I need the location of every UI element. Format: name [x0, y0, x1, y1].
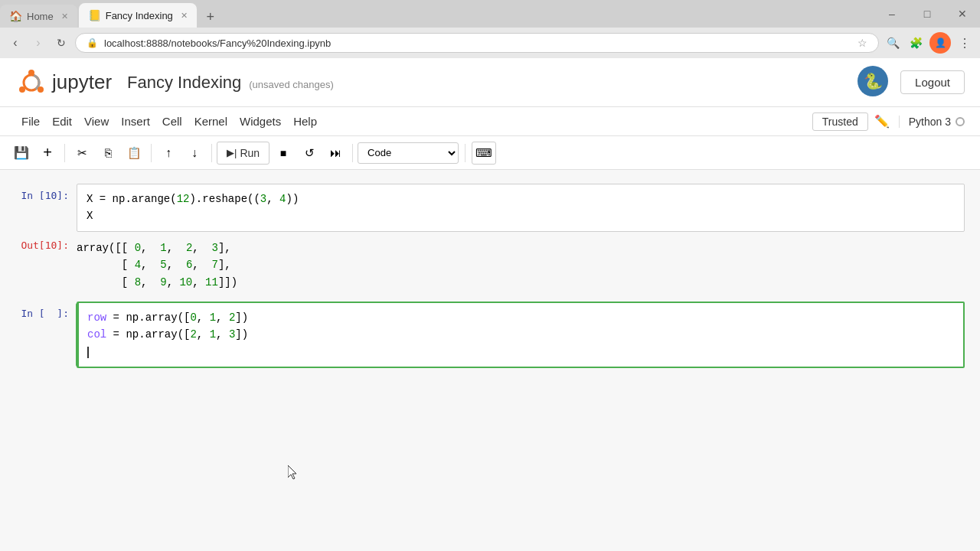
kernel-status-circle [956, 117, 965, 126]
python-logo-icon: 🐍 [858, 66, 888, 96]
copy-button[interactable]: ⎘ [96, 142, 120, 165]
menu-edit[interactable]: Edit [46, 112, 78, 131]
toolbar-sep-5 [465, 144, 466, 162]
home-tab-close[interactable]: ✕ [61, 11, 68, 21]
kernel-label: Python 3 [909, 116, 951, 128]
cell-2-active-code[interactable]: row = np.array([0, 1, 2]) col = np.array… [77, 302, 965, 368]
address-bar: ‹ › ↻ 🔒 localhost:8888/notebooks/Fancy%2… [0, 28, 980, 58]
jupyter-app: jupyter Fancy Indexing (unsaved changes)… [0, 58, 980, 551]
cell-1-line-1: X = np.arange(12).reshape((3, 4)) [87, 191, 955, 207]
jupyter-header: jupyter Fancy Indexing (unsaved changes)… [0, 58, 980, 107]
output-1-wrapper: Out[10]: array([[ 0, 1, 2, 3], [ 4, 5, 6… [0, 233, 980, 297]
refresh-button[interactable]: ↻ [52, 34, 70, 52]
home-tab-favicon: 🏠 [9, 10, 22, 22]
run-label: Run [240, 147, 260, 159]
toolbar: 💾 + ✂ ⎘ 📋 ↑ ↓ ▶| Run ■ ↺ ⏭ Code Markdown… [0, 136, 980, 170]
tab-home[interactable]: 🏠 Home ✕ [0, 5, 77, 28]
svg-point-2 [28, 70, 34, 76]
cell-1-line-2: X [87, 207, 955, 224]
cell-2-prompt: In [ ]: [0, 302, 77, 368]
run-icon: ▶| [227, 147, 237, 158]
toolbar-sep-3 [211, 144, 212, 162]
profile-icon[interactable]: 👤 [929, 32, 951, 54]
notebook-title-text: Fancy Indexing [127, 73, 241, 93]
cell-1-wrapper: In [10]: X = np.arange(12).reshape((3, 4… [0, 182, 980, 233]
output-1-line-1: array([[ 0, 1, 2, 3], [77, 240, 965, 256]
add-cell-button[interactable]: + [35, 142, 60, 165]
toolbar-sep-1 [64, 144, 65, 162]
keyboard-icon[interactable]: ⌨ [472, 142, 496, 165]
extensions-icon[interactable]: 🧩 [906, 34, 925, 52]
run-button[interactable]: ▶| Run [217, 142, 270, 165]
menu-help[interactable]: Help [287, 112, 323, 131]
output-1-line-3: [ 8, 9, 10, 11]]) [77, 274, 965, 291]
window-close[interactable]: ✕ [945, 0, 980, 28]
toolbar-sep-2 [151, 144, 152, 162]
menu-view[interactable]: View [78, 112, 115, 131]
unsaved-indicator: (unsaved changes) [249, 79, 334, 90]
notebook-area: In [10]: X = np.arange(12).reshape((3, 4… [0, 170, 980, 551]
fancy-tab-favicon: 📒 [88, 9, 101, 21]
python-logo-container: 🐍 [858, 66, 888, 99]
svg-point-3 [38, 86, 44, 93]
lock-icon: 🔒 [87, 37, 98, 48]
cut-button[interactable]: ✂ [70, 142, 94, 165]
browser-search-icon[interactable]: 🔍 [884, 34, 902, 52]
toolbar-sep-4 [352, 144, 353, 162]
output-1-line-2: [ 4, 5, 6, 7], [77, 256, 965, 273]
move-down-button[interactable]: ↓ [182, 142, 207, 165]
forward-button[interactable]: › [29, 34, 47, 52]
fast-forward-button[interactable]: ⏭ [323, 142, 348, 165]
cell-2-cursor-line [87, 344, 954, 360]
stop-button[interactable]: ■ [271, 142, 296, 165]
menu-cell[interactable]: Cell [156, 112, 188, 131]
menu-file[interactable]: File [15, 112, 46, 131]
restart-button[interactable]: ↺ [297, 142, 322, 165]
trusted-button[interactable]: Trusted [812, 112, 868, 131]
edit-pencil-icon[interactable]: ✏️ [874, 114, 890, 129]
cell-1-prompt: In [10]: [0, 184, 77, 232]
fancy-tab-close[interactable]: ✕ [181, 11, 188, 21]
notebook-title[interactable]: Fancy Indexing (unsaved changes) [127, 73, 858, 93]
kernel-indicator: Python 3 [899, 116, 965, 128]
home-tab-label: Home [27, 11, 54, 22]
cell-2-wrapper: In [ ]: row = np.array([0, 1, 2]) col = … [0, 300, 980, 370]
cell-1-code[interactable]: X = np.arange(12).reshape((3, 4)) X [77, 184, 965, 232]
browser-menu-icon[interactable]: ⋮ [956, 36, 974, 51]
cell-type-select[interactable]: Code Markdown Raw NBConvert Heading [358, 142, 459, 164]
jupyter-logo-text: jupyter [52, 70, 112, 94]
star-icon[interactable]: ☆ [858, 37, 867, 49]
url-text: localhost:8888/notebooks/Fancy%20Indexin… [104, 37, 851, 49]
new-tab-button[interactable]: + [200, 6, 221, 28]
logout-button[interactable]: Logout [900, 70, 965, 94]
cell-2-line-2: col = np.array([2, 1, 3]) [87, 326, 954, 343]
paste-button[interactable]: 📋 [122, 142, 146, 165]
back-button[interactable]: ‹ [6, 34, 24, 52]
move-up-button[interactable]: ↑ [156, 142, 181, 165]
menu-insert[interactable]: Insert [115, 112, 156, 131]
fancy-tab-label: Fancy Indexing [106, 10, 173, 21]
save-button[interactable]: 💾 [9, 142, 34, 165]
tab-fancy-indexing[interactable]: 📒 Fancy Indexing ✕ [79, 3, 197, 28]
window-maximize[interactable]: □ [910, 0, 945, 28]
url-bar[interactable]: 🔒 localhost:8888/notebooks/Fancy%20Index… [75, 33, 879, 53]
tab-bar: 🏠 Home ✕ 📒 Fancy Indexing ✕ + – □ ✕ [0, 0, 980, 28]
output-1-prompt: Out[10]: [0, 235, 77, 295]
jupyter-logo[interactable]: jupyter [15, 67, 112, 99]
output-1-content: array([[ 0, 1, 2, 3], [ 4, 5, 6, 7], [ 8… [77, 235, 980, 295]
menu-widgets[interactable]: Widgets [234, 112, 287, 131]
window-minimize[interactable]: – [874, 0, 910, 28]
menu-bar: File Edit View Insert Cell Kernel Widget… [0, 107, 980, 136]
svg-text:🐍: 🐍 [864, 72, 883, 90]
jupyter-logo-icon [15, 67, 47, 99]
cell-2-content[interactable]: row = np.array([0, 1, 2]) col = np.array… [77, 302, 980, 368]
cell-2-line-1: row = np.array([0, 1, 2]) [87, 309, 954, 326]
cell-1-content[interactable]: X = np.arange(12).reshape((3, 4)) X [77, 184, 980, 232]
menu-kernel[interactable]: Kernel [188, 112, 234, 131]
svg-point-4 [19, 86, 25, 93]
